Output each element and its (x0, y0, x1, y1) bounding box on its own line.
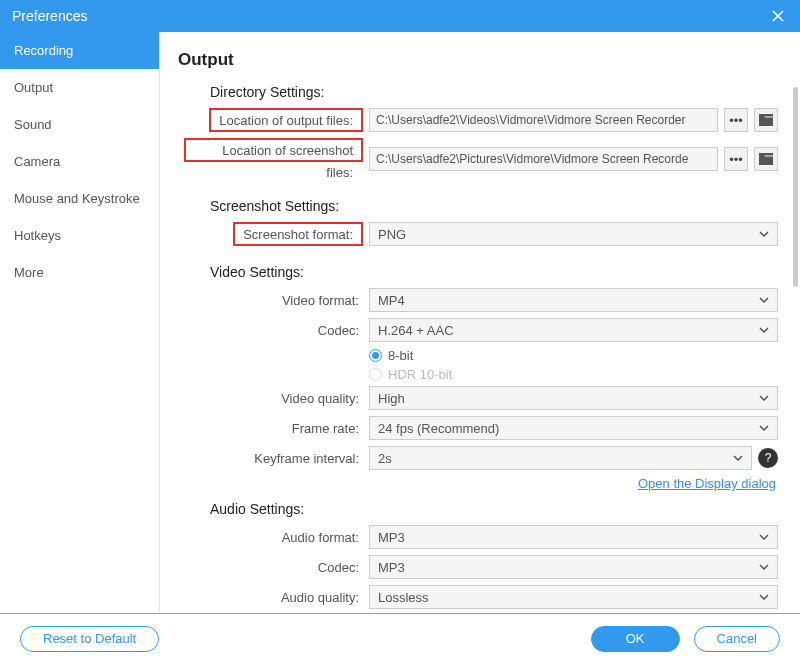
folder-icon (759, 153, 773, 165)
keyframe-interval-value: 2s (378, 451, 392, 466)
open-screenshot-folder-button[interactable] (754, 147, 778, 171)
ellipsis-icon: ••• (729, 152, 743, 167)
page-title: Output (178, 50, 778, 70)
label-screenshot-format: Screenshot format: (233, 222, 363, 246)
label-frame-rate: Frame rate: (178, 421, 363, 436)
svg-rect-0 (759, 114, 773, 117)
open-display-dialog-link[interactable]: Open the Display dialog (638, 476, 776, 491)
audio-quality-value: Lossless (378, 590, 429, 605)
output-location-input[interactable]: C:\Users\adfe2\Videos\Vidmore\Vidmore Sc… (369, 108, 718, 132)
content-panel: Output Directory Settings: Location of o… (160, 32, 800, 613)
sidebar-item-more[interactable]: More (0, 254, 159, 291)
audio-format-select[interactable]: MP3 (369, 525, 778, 549)
chevron-down-icon (757, 560, 771, 574)
section-video-title: Video Settings: (210, 264, 778, 280)
bitdepth-hdr10-radio: HDR 10-bit (369, 367, 778, 382)
browse-screenshot-button[interactable]: ••• (724, 147, 748, 171)
chevron-down-icon (757, 293, 771, 307)
radio-icon (369, 368, 382, 381)
keyframe-help-button[interactable]: ? (758, 448, 778, 468)
scrollbar[interactable] (793, 87, 798, 287)
ok-button[interactable]: OK (591, 626, 680, 652)
bitdepth-8bit-label: 8-bit (388, 348, 413, 363)
radio-icon (369, 349, 382, 362)
label-audio-codec: Codec: (178, 560, 363, 575)
screenshot-format-select[interactable]: PNG (369, 222, 778, 246)
chevron-down-icon (731, 451, 745, 465)
keyframe-interval-select[interactable]: 2s (369, 446, 752, 470)
section-directory-title: Directory Settings: (210, 84, 778, 100)
video-codec-value: H.264 + AAC (378, 323, 454, 338)
label-output-location: Location of output files: (209, 108, 363, 132)
label-audio-format: Audio format: (178, 530, 363, 545)
folder-icon (759, 114, 773, 126)
video-quality-value: High (378, 391, 405, 406)
audio-codec-select[interactable]: MP3 (369, 555, 778, 579)
chevron-down-icon (757, 530, 771, 544)
question-icon: ? (765, 451, 772, 465)
sidebar-item-mouse-keystroke[interactable]: Mouse and Keystroke (0, 180, 159, 217)
reset-to-default-button[interactable]: Reset to Default (20, 626, 159, 652)
label-video-format: Video format: (178, 293, 363, 308)
video-quality-select[interactable]: High (369, 386, 778, 410)
chevron-down-icon (757, 590, 771, 604)
audio-codec-value: MP3 (378, 560, 405, 575)
footer: Reset to Default OK Cancel (0, 613, 800, 663)
chevron-down-icon (757, 421, 771, 435)
chevron-down-icon (757, 391, 771, 405)
sidebar-item-sound[interactable]: Sound (0, 106, 159, 143)
bitdepth-8bit-radio[interactable]: 8-bit (369, 348, 778, 363)
sidebar-item-hotkeys[interactable]: Hotkeys (0, 217, 159, 254)
screenshot-format-value: PNG (378, 227, 406, 242)
chevron-down-icon (757, 227, 771, 241)
sidebar-item-output[interactable]: Output (0, 69, 159, 106)
chevron-down-icon (757, 323, 771, 337)
label-screenshot-location: Location of screenshot files: (184, 138, 363, 162)
section-audio-title: Audio Settings: (210, 501, 778, 517)
close-button[interactable] (768, 6, 788, 26)
section-screenshot-title: Screenshot Settings: (210, 198, 778, 214)
sidebar-item-camera[interactable]: Camera (0, 143, 159, 180)
video-format-select[interactable]: MP4 (369, 288, 778, 312)
label-keyframe-interval: Keyframe interval: (178, 451, 363, 466)
svg-rect-1 (759, 153, 773, 156)
label-video-codec: Codec: (178, 323, 363, 338)
audio-format-value: MP3 (378, 530, 405, 545)
ellipsis-icon: ••• (729, 113, 743, 128)
label-video-quality: Video quality: (178, 391, 363, 406)
title-bar: Preferences (0, 0, 800, 32)
screenshot-location-input[interactable]: C:\Users\adfe2\Pictures\Vidmore\Vidmore … (369, 147, 718, 171)
video-codec-select[interactable]: H.264 + AAC (369, 318, 778, 342)
sidebar: Recording Output Sound Camera Mouse and … (0, 32, 160, 613)
open-output-folder-button[interactable] (754, 108, 778, 132)
audio-quality-select[interactable]: Lossless (369, 585, 778, 609)
label-audio-quality: Audio quality: (178, 590, 363, 605)
sidebar-item-recording[interactable]: Recording (0, 32, 159, 69)
close-icon (771, 9, 785, 23)
bitdepth-hdr10-label: HDR 10-bit (388, 367, 452, 382)
frame-rate-select[interactable]: 24 fps (Recommend) (369, 416, 778, 440)
frame-rate-value: 24 fps (Recommend) (378, 421, 499, 436)
video-format-value: MP4 (378, 293, 405, 308)
cancel-button[interactable]: Cancel (694, 626, 780, 652)
window-title: Preferences (12, 8, 87, 24)
browse-output-button[interactable]: ••• (724, 108, 748, 132)
